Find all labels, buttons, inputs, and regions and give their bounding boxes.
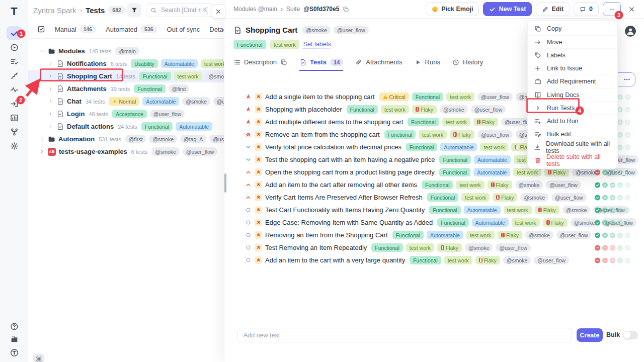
tree-item-login[interactable]: Login48 testsAcceptance@user_flow (28, 108, 224, 120)
badge-test-work: test work (456, 180, 484, 189)
test-row[interactable]: Test Removing an Item RepeatedlyFunction… (224, 241, 644, 254)
priority-highest-icon (245, 131, 252, 138)
tree-item-tests-usage-examples[interactable]: ABtests-usage-examples6 tests@smoke@user… (28, 145, 224, 158)
menu-item-add-requirement[interactable]: Add Requirement (528, 75, 617, 88)
rail-item-chart[interactable] (7, 111, 22, 125)
edit-button[interactable]: Edit (536, 2, 570, 16)
tree-item-modules[interactable]: Modules145 tests@main (28, 45, 224, 57)
badge-functional: Functional (427, 193, 458, 202)
doc-icon (56, 98, 64, 105)
badge-test-work: test work (512, 218, 540, 227)
suite-breadcrumb-type: Suite (286, 6, 300, 13)
test-row[interactable]: Add an item to the cart with a very larg… (224, 254, 644, 266)
more-actions-button[interactable] (603, 2, 621, 16)
tab-attachments[interactable]: Attachments (355, 58, 402, 71)
tree-item-name: Default actions (67, 123, 114, 130)
menu-item-copy[interactable]: Copy (528, 22, 617, 35)
test-row[interactable]: Add an item to the cart after removing a… (224, 178, 644, 191)
rail-item-gear[interactable] (7, 139, 22, 153)
status-dot-passed (617, 220, 623, 225)
test-row[interactable]: Test Cart Functionality with Items Havin… (224, 204, 644, 216)
filter-tab-out-of-sync[interactable]: Out of sync (167, 26, 200, 33)
popcorn-icon (515, 145, 518, 149)
filter-tab-automated[interactable]: Automated536 (106, 25, 157, 33)
new-test-button[interactable]: New Test (483, 2, 532, 16)
rail-item-steps[interactable] (7, 68, 22, 82)
tree-item-notifications[interactable]: Notifications6 testsUsabilityAutomatable… (28, 57, 224, 70)
search-box[interactable] (146, 3, 213, 17)
menu-item-label: Living Docs (547, 92, 580, 99)
bulk-toggle[interactable] (623, 331, 638, 339)
rail-item-folder-stack[interactable] (7, 333, 22, 346)
priority-none-icon (245, 219, 252, 226)
suite-breadcrumb-parent[interactable]: Modules @main (233, 6, 277, 13)
rail-item-play-circle[interactable] (7, 40, 22, 54)
badge-automatable: Automatable (176, 122, 212, 131)
menu-item-bulk-edit[interactable]: Bulk edit (528, 128, 617, 141)
test-row[interactable]: Verify Cart Items Are Preserved After Br… (224, 191, 644, 204)
rail-item-pulse[interactable] (7, 82, 22, 97)
tree-item-shopping-cart[interactable]: Shopping Cart14 testsFunctionaltest work… (28, 70, 224, 82)
test-row[interactable]: Edge Case: Removing Item with Same Quant… (224, 216, 644, 229)
rail-item-list-check[interactable] (7, 54, 22, 68)
tab-description[interactable]: Description (233, 58, 287, 71)
rail-item-t-circle[interactable] (7, 346, 22, 359)
add-new-test-input[interactable] (237, 328, 572, 342)
tree-scrollbar-thumb[interactable] (224, 173, 226, 193)
create-test-button[interactable]: Create (577, 328, 603, 342)
rail-item-fork[interactable] (7, 125, 22, 139)
badge-smoke: @smoke (440, 105, 468, 114)
tree-item-default-actions[interactable]: Default actions24 testsFunctionalAutomat… (28, 120, 224, 133)
rail-item-help[interactable] (7, 320, 22, 333)
ab-suite-icon: AB (48, 148, 56, 156)
set-labels-link[interactable]: Set labels (303, 41, 331, 49)
run-status-dots (595, 195, 630, 200)
tree-item-chat[interactable]: Chat34 testsNormalAutomatable@smoke@user… (28, 95, 224, 108)
close-detail-button[interactable] (625, 3, 638, 16)
status-dot-passed (625, 132, 630, 137)
menu-item-living-docs[interactable]: Living Docs (528, 88, 617, 101)
search-input[interactable] (160, 6, 209, 14)
menu-item-label: Labels (547, 52, 566, 59)
menu-item-link-to-issue[interactable]: Link to Issue (528, 62, 617, 75)
menu-item-add-to-run[interactable]: Add to Run (528, 114, 617, 127)
menu-item-labels[interactable]: Labels (528, 48, 617, 61)
close-panel-button[interactable] (211, 4, 225, 19)
menu-item-run-tests[interactable]: Run Tests (528, 101, 617, 114)
filter-button[interactable] (127, 3, 141, 17)
copy-suite-id-icon[interactable] (343, 6, 349, 13)
popcorn-icon (491, 183, 495, 187)
tab-history[interactable]: History (452, 58, 483, 71)
tree-item-count: 6 tests (131, 149, 147, 155)
rail-item-check[interactable] (7, 26, 22, 40)
rail-item-tray[interactable] (7, 97, 22, 111)
badge-smoke: @smoke (302, 26, 331, 34)
menu-item-move[interactable]: Move (528, 35, 617, 48)
tree-item-attachments[interactable]: Attachments19 testsFunctional@first (28, 82, 224, 95)
badge-functional: Functional (392, 231, 424, 239)
pick-emoji-button[interactable]: Pick Emoji (426, 2, 479, 16)
tree-item-automation[interactable]: Automation531 tests@first@smoke@tag_A@us… (28, 133, 224, 145)
app-logo[interactable]: T (6, 3, 22, 20)
breadcrumb-project[interactable]: Zyntra Spark (33, 6, 76, 15)
tab-tests[interactable]: Tests14 (299, 58, 343, 71)
badge-test-work: test work (466, 231, 495, 239)
chev-d-icon (39, 48, 45, 54)
badge-functional: Functional (412, 93, 443, 101)
tab-runs[interactable]: Runs (415, 58, 440, 71)
select-all-toggle[interactable] (37, 25, 45, 33)
badge-flaky: Flaky (498, 231, 522, 239)
test-row[interactable]: Removing an Item from the Shopping CartF… (224, 229, 644, 241)
run-status-dots (595, 207, 630, 213)
filter-tab-detached[interactable]: Detached (209, 26, 224, 33)
status-dot-passed (617, 245, 623, 250)
badge-functional: Functional (406, 143, 437, 151)
menu-item-delete-suite-with-all-tests[interactable]: Delete suite with all tests (528, 154, 617, 167)
comments-button[interactable]: 0 (574, 2, 599, 16)
filter-tab-manual[interactable]: Manual146 (55, 25, 96, 33)
badge-user-flow: @user_flow (471, 105, 506, 114)
badge-flaky: Flaky (543, 218, 568, 227)
badge-functional: Functional (134, 84, 165, 93)
avatar[interactable] (625, 26, 636, 37)
menu-item-download-suite-with-all-tests[interactable]: Download suite with all tests (528, 141, 617, 154)
